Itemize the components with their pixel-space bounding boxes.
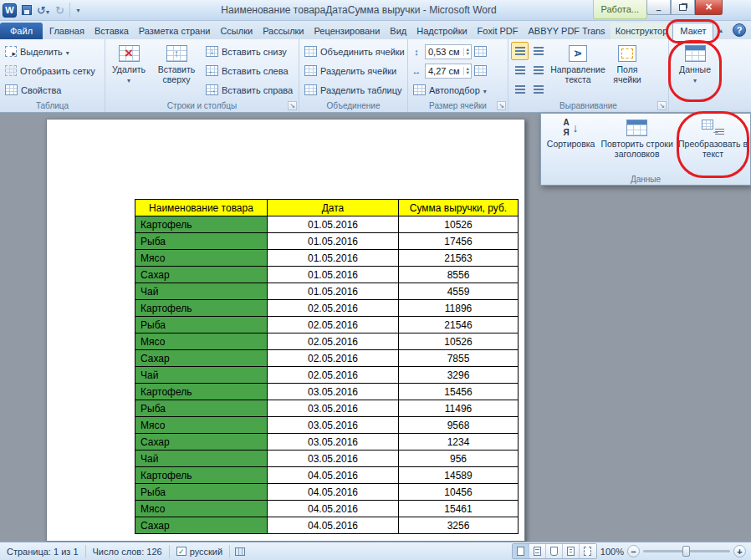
revenue-cell[interactable]: 7855	[399, 350, 519, 367]
view-gridlines-button[interactable]: Отобразить сетку	[3, 61, 103, 80]
header-cell-revenue[interactable]: Сумма выручки, руб.	[399, 200, 519, 216]
spinner-arrows-icon[interactable]	[463, 67, 470, 75]
merge-cells-button[interactable]: Объединить ячейки	[302, 42, 406, 61]
date-cell[interactable]: 04.05.2016	[268, 501, 399, 517]
tab-view[interactable]: Вид	[385, 23, 411, 39]
insert-right-button[interactable]: Вставить справа	[203, 80, 295, 99]
tab-addins[interactable]: Надстройки	[411, 23, 472, 39]
date-cell[interactable]: 01.05.2016	[268, 216, 399, 233]
revenue-cell[interactable]: 956	[399, 451, 519, 467]
product-cell[interactable]: Чай	[135, 367, 268, 384]
revenue-cell[interactable]: 3296	[399, 367, 519, 384]
align-bottom-left-button[interactable]	[511, 80, 529, 99]
date-cell[interactable]: 01.05.2016	[268, 233, 399, 250]
product-cell[interactable]: Рыба	[135, 484, 268, 501]
autofit-button[interactable]: Автоподбор	[411, 80, 506, 99]
tab-insert[interactable]: Вставка	[89, 23, 134, 39]
revenue-cell[interactable]: 10526	[399, 216, 519, 233]
tab-references[interactable]: Ссылки	[215, 23, 258, 39]
save-button[interactable]	[19, 3, 33, 18]
undo-dropdown-icon[interactable]	[46, 4, 49, 17]
product-cell[interactable]: Рыба	[135, 233, 268, 250]
print-layout-view-button[interactable]	[513, 544, 529, 558]
delete-button[interactable]: Удалить	[108, 42, 150, 100]
product-cell[interactable]: Сахар	[135, 350, 268, 367]
revenue-cell[interactable]: 4559	[399, 283, 519, 300]
tab-mailings[interactable]: Рассылки	[258, 23, 309, 39]
tab-review[interactable]: Рецензировани	[309, 23, 386, 39]
align-center-left-button[interactable]	[511, 61, 529, 79]
product-cell[interactable]: Мясо	[135, 417, 268, 434]
date-cell[interactable]: 03.05.2016	[268, 417, 399, 434]
product-cell[interactable]: Картофель	[135, 216, 268, 233]
macro-record-icon[interactable]	[235, 547, 245, 556]
document-table[interactable]: Наименование товара Дата Сумма выручки, …	[135, 199, 519, 534]
restore-button[interactable]	[671, 0, 695, 15]
sort-button[interactable]: Сортировка	[545, 116, 596, 171]
zoom-level[interactable]: 100%	[600, 547, 624, 557]
table-properties-button[interactable]: Свойства	[3, 80, 103, 99]
product-cell[interactable]: Чай	[135, 283, 268, 300]
insert-below-button[interactable]: Вставить снизу	[203, 42, 295, 61]
zoom-slider-thumb[interactable]	[682, 546, 690, 557]
select-button[interactable]: Выделить	[3, 42, 103, 61]
product-cell[interactable]: Сахар	[135, 434, 268, 451]
revenue-cell[interactable]: 15456	[399, 384, 519, 400]
minimize-button[interactable]	[646, 0, 671, 15]
web-layout-view-button[interactable]	[546, 544, 563, 558]
distribute-columns-icon[interactable]	[474, 65, 487, 76]
zoom-slider[interactable]	[643, 550, 730, 552]
date-cell[interactable]: 02.05.2016	[268, 333, 399, 350]
product-cell[interactable]: Рыба	[135, 317, 268, 333]
revenue-cell[interactable]: 8556	[399, 267, 519, 283]
align-center-button[interactable]	[529, 61, 547, 79]
date-cell[interactable]: 03.05.2016	[268, 434, 399, 451]
align-top-left-button[interactable]	[511, 42, 529, 60]
word-count[interactable]: Число слов: 126	[86, 545, 170, 558]
help-icon[interactable]	[733, 23, 746, 37]
revenue-cell[interactable]: 3256	[399, 517, 519, 534]
tab-foxit-pdf[interactable]: Foxit PDF	[473, 23, 524, 39]
language-indicator[interactable]: русский	[170, 545, 230, 558]
split-table-button[interactable]: Разделить таблицу	[302, 80, 406, 99]
date-cell[interactable]: 02.05.2016	[268, 367, 399, 384]
minimize-ribbon-icon[interactable]	[715, 25, 727, 35]
spinner-arrows-icon[interactable]	[463, 48, 470, 56]
zoom-out-button[interactable]	[627, 545, 640, 557]
date-cell[interactable]: 04.05.2016	[268, 467, 399, 484]
product-cell[interactable]: Картофель	[135, 384, 268, 400]
revenue-cell[interactable]: 21563	[399, 250, 519, 267]
row-height-spinner[interactable]: 0,53 см	[425, 44, 472, 59]
spell-check-icon[interactable]	[176, 547, 186, 556]
zoom-in-button[interactable]	[733, 545, 746, 557]
date-cell[interactable]: 01.05.2016	[268, 250, 399, 267]
revenue-cell[interactable]: 15461	[399, 501, 519, 517]
date-cell[interactable]: 03.05.2016	[268, 384, 399, 400]
date-cell[interactable]: 01.05.2016	[268, 283, 399, 300]
date-cell[interactable]: 03.05.2016	[268, 451, 399, 467]
date-cell[interactable]: 04.05.2016	[268, 484, 399, 501]
tab-page-layout[interactable]: Разметка страни	[134, 23, 216, 39]
redo-button[interactable]	[53, 3, 67, 18]
document-page[interactable]: Наименование товара Дата Сумма выручки, …	[46, 119, 525, 542]
tab-layout[interactable]: Макет	[672, 23, 713, 39]
align-top-center-button[interactable]	[529, 42, 547, 60]
date-cell[interactable]: 01.05.2016	[268, 267, 399, 283]
tab-design[interactable]: Конструктор	[611, 23, 673, 39]
product-cell[interactable]: Сахар	[135, 267, 268, 283]
outline-view-button[interactable]	[563, 544, 580, 558]
revenue-cell[interactable]: 10456	[399, 484, 519, 501]
draft-view-button[interactable]	[580, 544, 596, 558]
product-cell[interactable]: Картофель	[135, 300, 268, 317]
align-bottom-center-button[interactable]	[529, 80, 547, 99]
revenue-cell[interactable]: 14589	[399, 467, 519, 484]
product-cell[interactable]: Сахар	[135, 517, 268, 534]
undo-button[interactable]	[36, 3, 50, 18]
revenue-cell[interactable]: 11496	[399, 400, 519, 417]
product-cell[interactable]: Чай	[135, 451, 268, 467]
product-cell[interactable]: Картофель	[135, 467, 268, 484]
text-direction-button[interactable]: Направление текста	[550, 42, 605, 100]
cell-margins-button[interactable]: Поля ячейки	[605, 42, 649, 100]
column-width-spinner[interactable]: 4,27 см	[425, 64, 472, 79]
tab-abbyy-pdf[interactable]: ABBYY PDF Trans	[524, 23, 611, 39]
